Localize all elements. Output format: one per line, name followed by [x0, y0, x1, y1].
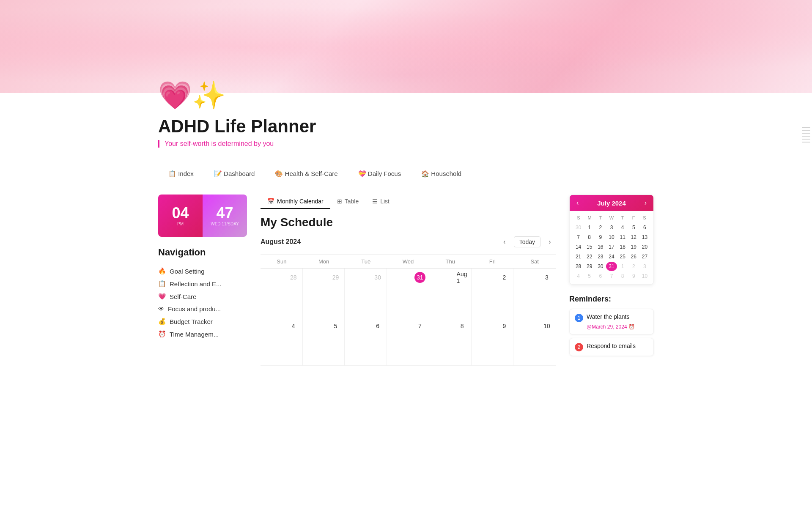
- table-icon: ⊞: [337, 198, 342, 205]
- top-navigation: 📋 Index 📝 Dashboard 🎨 Health & Self-Care…: [158, 167, 654, 181]
- cal-cell-aug6[interactable]: 6: [345, 317, 387, 366]
- day-header-sat: Sat: [513, 255, 556, 268]
- reminder-text-2: Respond to emails: [587, 343, 636, 349]
- calendar-month-label: August 2024: [261, 238, 301, 246]
- cal-cell-aug4[interactable]: 4: [261, 317, 303, 366]
- cal-cell-aug5[interactable]: 5: [303, 317, 345, 366]
- cal-cell-aug3[interactable]: 3: [513, 269, 556, 317]
- day-header-thu: Thu: [429, 255, 472, 268]
- main-layout: 04 PM 47 WED 11/SDAY Navigation 🔥 Goal S…: [158, 195, 654, 366]
- clock-icon: ⏰: [158, 330, 166, 338]
- heart-icon: 💗: [158, 293, 166, 300]
- reminder-item-2: 2 Respond to emails: [569, 338, 654, 356]
- day-header-tue: Tue: [345, 255, 387, 268]
- cal-cell-jul31[interactable]: 31: [387, 269, 429, 317]
- cal-cell-jul30[interactable]: 30: [345, 269, 387, 317]
- reminder-header-1: 1 Water the plants: [575, 313, 648, 322]
- nav-index[interactable]: 📋 Index: [158, 167, 204, 181]
- left-sidebar: 04 PM 47 WED 11/SDAY Navigation 🔥 Goal S…: [158, 195, 247, 340]
- cal-cell-aug7[interactable]: 7: [387, 317, 429, 366]
- mini-cal-month: July 2024: [597, 200, 626, 207]
- day-header-mon: Mon: [303, 255, 345, 268]
- calendar-icon: 📅: [267, 198, 274, 205]
- mini-cal-next[interactable]: ›: [643, 199, 648, 207]
- calendar-header-row: Sun Mon Tue Wed Thu Fri Sat: [261, 255, 556, 269]
- clock-period: PM: [177, 222, 184, 226]
- calendar-prev-button[interactable]: ‹: [499, 236, 510, 248]
- header-banner: [0, 0, 812, 93]
- mini-cal-dates: 30 1 2 3 4 5 6 7 8 9 10 11 12 13: [573, 223, 650, 281]
- calendar-tabs: 📅 Monthly Calendar ⊞ Table ☰ List: [261, 195, 556, 209]
- money-icon: 💰: [158, 318, 166, 325]
- nav-self-care[interactable]: 💗 Self-Care: [158, 290, 247, 303]
- clock-hour-panel: 04 PM: [158, 195, 203, 237]
- clock-minute: 47: [216, 206, 233, 221]
- day-header-fri: Fri: [472, 255, 514, 268]
- reminder-header-2: 2 Respond to emails: [575, 343, 648, 351]
- list-icon: ☰: [372, 198, 378, 205]
- nav-household[interactable]: 🏠 Household: [411, 167, 472, 181]
- cal-cell-jul28[interactable]: 28: [261, 269, 303, 317]
- cal-cell-aug8[interactable]: 8: [429, 317, 472, 366]
- cal-cell-aug2[interactable]: 2: [472, 269, 514, 317]
- mini-cal-day-headers: S M T W T F S: [573, 214, 650, 221]
- tab-monthly-calendar[interactable]: 📅 Monthly Calendar: [261, 195, 330, 209]
- calendar-next-button[interactable]: ›: [544, 236, 556, 248]
- tab-table[interactable]: ⊞ Table: [330, 195, 365, 209]
- flame-icon: 🔥: [158, 267, 166, 275]
- right-sidebar: ‹ July 2024 › S M T W T F S 30: [569, 195, 654, 359]
- nav-goal-setting[interactable]: 🔥 Goal Setting: [158, 265, 247, 277]
- cal-cell-jul29[interactable]: 29: [303, 269, 345, 317]
- calendar-nav-controls: ‹ Today ›: [499, 236, 556, 248]
- schedule-title: My Schedule: [261, 216, 556, 229]
- eye-icon: 👁: [158, 305, 165, 312]
- nav-daily-focus[interactable]: 💝 Daily Focus: [348, 167, 411, 181]
- clock-widget: 04 PM 47 WED 11/SDAY: [158, 195, 247, 237]
- divider: [158, 158, 654, 158]
- mini-cal-prev[interactable]: ‹: [575, 199, 580, 207]
- page-icon: 💗✨: [158, 79, 654, 111]
- cal-cell-aug10[interactable]: 10: [513, 317, 556, 366]
- nav-focus[interactable]: 👁 Focus and produ...: [158, 303, 247, 315]
- clipboard-icon: 📋: [158, 280, 166, 288]
- mini-cal-grid: S M T W T F S 30 1 2 3 4 5: [570, 211, 653, 284]
- nav-health[interactable]: 🎨 Health & Self-Care: [265, 167, 348, 181]
- reminder-num-2: 2: [575, 343, 583, 351]
- page-subtitle: Your self-worth is determined by you: [158, 140, 654, 148]
- nav-dashboard[interactable]: 📝 Dashboard: [204, 167, 265, 181]
- cal-cell-aug9[interactable]: 9: [472, 317, 514, 366]
- calendar-navigation: August 2024 ‹ Today ›: [261, 236, 556, 248]
- page-title: ADHD Life Planner: [158, 116, 654, 137]
- day-header-wed: Wed: [387, 255, 429, 268]
- tab-list[interactable]: ☰ List: [365, 195, 396, 209]
- calendar-today-button[interactable]: Today: [514, 236, 540, 247]
- mini-calendar: ‹ July 2024 › S M T W T F S 30: [569, 195, 654, 285]
- navigation-heading: Navigation: [158, 247, 247, 258]
- center-calendar-area: 📅 Monthly Calendar ⊞ Table ☰ List My Sch…: [261, 195, 556, 366]
- reminder-item-1: 1 Water the plants @March 29, 2024 ⏰: [569, 309, 654, 334]
- reminders-title: Reminders:: [569, 295, 654, 304]
- nav-time-management[interactable]: ⏰ Time Managem...: [158, 328, 247, 340]
- reminder-text-1: Water the plants: [587, 313, 629, 320]
- nav-budget[interactable]: 💰 Budget Tracker: [158, 315, 247, 328]
- day-header-sun: Sun: [261, 255, 303, 268]
- clock-hour: 04: [172, 206, 189, 221]
- reminder-date-1: @March 29, 2024 ⏰: [587, 324, 648, 330]
- calendar-body: 28 29 30 31 Aug 1 2 3 4 5 6 7 8 9 10: [261, 269, 556, 366]
- cal-cell-aug1[interactable]: Aug 1: [429, 269, 472, 317]
- clock-minute-panel: 47 WED 11/SDAY: [203, 195, 247, 237]
- calendar-grid: Sun Mon Tue Wed Thu Fri Sat 28 29 30 31 …: [261, 255, 556, 366]
- mini-cal-header: ‹ July 2024 ›: [570, 195, 653, 211]
- clock-day: WED 11/SDAY: [211, 222, 239, 226]
- outline-scrollbar: [802, 127, 810, 143]
- nav-reflection[interactable]: 📋 Reflection and E...: [158, 277, 247, 290]
- reminder-num-1: 1: [575, 314, 583, 322]
